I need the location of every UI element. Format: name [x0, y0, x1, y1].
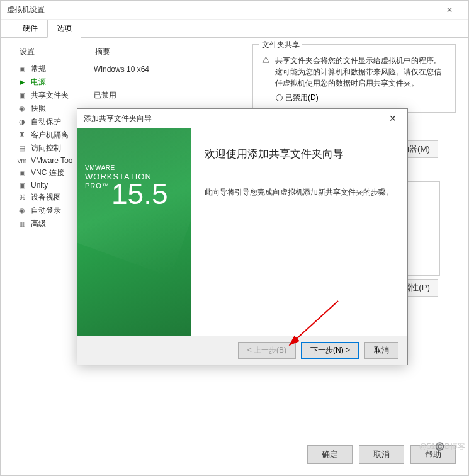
folder-sharing-group: 文件夹共享 ⚠ 共享文件夹会将您的文件显示给虚拟机中的程序。这可能为您的计算机和…: [252, 44, 456, 113]
wizard-title: 添加共享文件夹向导: [84, 113, 382, 124]
warning-icon: ⚠: [262, 55, 270, 65]
wizard-sidebar: VMWARE WORKSTATION PRO™ 15.5: [77, 128, 191, 336]
settings-row[interactable]: ▣共享文件夹已禁用: [13, 89, 234, 102]
row-icon: ◉: [17, 105, 27, 113]
tab-options[interactable]: 选项: [47, 20, 81, 38]
ok-button[interactable]: 确定: [307, 445, 353, 464]
row-icon: ▤: [17, 144, 27, 153]
row-label: 常规: [31, 64, 94, 74]
row-icon: ◉: [17, 207, 27, 215]
back-button[interactable]: < 上一步(B): [238, 342, 296, 359]
tab-hardware[interactable]: 硬件: [13, 20, 47, 38]
cancel-button[interactable]: 取消: [359, 445, 404, 464]
row-icon: vm: [17, 156, 27, 165]
close-icon[interactable]: ✕: [437, 1, 462, 19]
row-icon: ⌘: [17, 193, 27, 202]
wizard-text: 此向导将引导您完成向虚拟机添加新共享文件夹的步骤。: [205, 186, 393, 198]
watermark: @51©️D博客: [419, 441, 465, 452]
next-button[interactable]: 下一步(N) >: [301, 342, 359, 359]
row-icon: ▥: [17, 220, 27, 229]
wizard-cancel-button[interactable]: 取消: [364, 342, 398, 359]
row-icon: ▣: [17, 169, 27, 178]
brand-pro: PRO™: [85, 182, 110, 190]
row-icon: ▶: [17, 78, 27, 87]
brand-small: VMWARE: [85, 164, 115, 171]
radio-disabled[interactable]: 已禁用(D): [262, 93, 446, 103]
settings-header: 设置 摘要: [13, 44, 234, 60]
wizard-close-icon[interactable]: ✕: [382, 113, 404, 123]
row-icon: ▣: [17, 91, 27, 100]
wizard-footer: < 上一步(B) 下一步(N) > 取消: [77, 336, 407, 365]
row-icon: ♜: [17, 131, 27, 140]
row-icon: ▣: [17, 65, 27, 74]
row-label: 电源: [31, 77, 94, 88]
radio-icon: [276, 94, 283, 101]
wizard-titlebar: 添加共享文件夹向导 ✕: [77, 109, 407, 128]
titlebar: 虚拟机设置 ✕: [1, 1, 468, 20]
col-setting: 设置: [13, 47, 95, 57]
radio-label: 已禁用(D): [285, 93, 319, 103]
row-label: 共享文件夹: [31, 90, 94, 101]
window-title: 虚拟机设置: [7, 4, 437, 15]
row-icon: ▣: [17, 181, 27, 190]
info-text: 共享文件夹会将您的文件显示给虚拟机中的程序。这可能为您的计算机和数据带来风险。请…: [275, 55, 446, 89]
row-value: Windows 10 x64: [94, 65, 234, 74]
wizard-body: VMWARE WORKSTATION PRO™ 15.5 欢迎使用添加共享文件夹…: [77, 128, 407, 336]
add-shared-folder-wizard: 添加共享文件夹向导 ✕ VMWARE WORKSTATION PRO™ 15.5…: [77, 108, 408, 365]
wizard-heading: 欢迎使用添加共享文件夹向导: [205, 147, 393, 161]
wizard-main: 欢迎使用添加共享文件夹向导 此向导将引导您完成向虚拟机添加新共享文件夹的步骤。: [191, 128, 407, 336]
row-icon: ◑: [17, 118, 27, 127]
settings-row[interactable]: ▣常规Windows 10 x64: [13, 62, 234, 76]
brand-version: 15.5: [111, 177, 168, 211]
col-summary: 摘要: [95, 47, 234, 57]
settings-row[interactable]: ▶电源: [13, 76, 234, 89]
info-row: ⚠ 共享文件夹会将您的文件显示给虚拟机中的程序。这可能为您的计算机和数据带来风险…: [262, 55, 446, 89]
tabs: 硬件 选项: [1, 20, 468, 38]
row-value: 已禁用: [94, 90, 234, 101]
group-title: 文件夹共享: [259, 40, 302, 50]
divider: [446, 35, 468, 35]
